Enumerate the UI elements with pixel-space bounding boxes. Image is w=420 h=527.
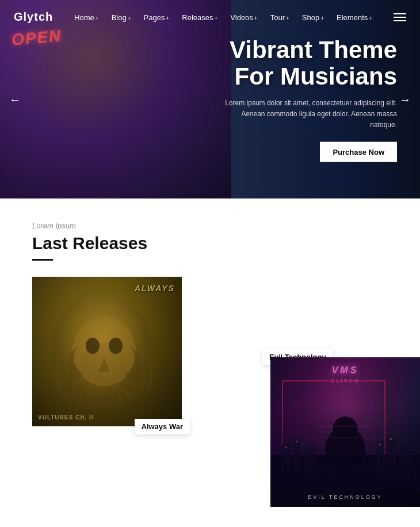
hero-subtitle: Lorem ipsum dolor sit amet, consectetuer… (224, 97, 397, 131)
logo[interactable]: Glytch (14, 10, 53, 24)
nav-link-elements[interactable]: Elements (337, 13, 368, 22)
releases-section: Lorem Ipsum Last Releases always (0, 198, 420, 527)
release-card-evil-technology[interactable]: Evil Technology VMS GLITCH (270, 357, 420, 507)
album-art-svg-1 (44, 300, 165, 415)
nav-plus-blog: + (128, 15, 131, 21)
nav-item-videos[interactable]: Videos+ (230, 12, 257, 22)
hero-title-line1: Vibrant Theme (230, 36, 397, 63)
album-title-evil-tech: EVIL TECHNOLOGY (308, 494, 383, 500)
nav-item-elements[interactable]: Elements+ (337, 12, 372, 22)
nav-link-releases[interactable]: Releases (182, 13, 213, 22)
nav-link-videos[interactable]: Videos (230, 13, 253, 22)
nav-plus-pages: + (166, 15, 169, 21)
release-card-always-war[interactable]: always (32, 277, 182, 426)
nav-link-home[interactable]: Home (74, 13, 94, 22)
hamburger-line-2 (394, 17, 406, 18)
album-sub-always-war: VULTURES CH. II (38, 414, 93, 421)
album-sub-evil-tech: GLITCH (330, 378, 360, 384)
nav-link-tour[interactable]: Tour (270, 13, 285, 22)
nav-plus-home: + (96, 15, 99, 21)
nav-plus-tour: + (286, 15, 289, 21)
nav-link-blog[interactable]: Blog (112, 13, 127, 22)
nav-item-shop[interactable]: Shop+ (302, 12, 324, 22)
release-label-always-war: Always War (135, 419, 190, 434)
svg-point-2 (86, 338, 100, 354)
purchase-button[interactable]: Purchase Now (320, 142, 397, 162)
hamburger-line-1 (394, 13, 406, 14)
nav-plus-releases: + (214, 15, 217, 21)
section-title: Last Releases (32, 234, 388, 253)
nav-item-releases[interactable]: Releases+ (182, 12, 217, 22)
nav-plus-videos: + (254, 15, 258, 21)
svg-point-3 (109, 338, 123, 354)
hero-arrow-left[interactable]: ← (5, 88, 25, 110)
city-silhouette (270, 409, 420, 490)
nav-link-shop[interactable]: Shop (302, 13, 319, 22)
nav-link-pages[interactable]: Pages (144, 13, 165, 22)
section-label: Lorem Ipsum (32, 222, 388, 230)
nav-item-home[interactable]: Home+ (74, 12, 99, 22)
nav-item-tour[interactable]: Tour+ (270, 12, 289, 22)
section-divider (32, 259, 53, 261)
releases-grid: always (32, 277, 388, 518)
nav-links: Home+ Blog+ Pages+ Releases+ Videos+ Tou… (74, 12, 372, 22)
album-art-evil-technology: VMS GLITCH (270, 357, 420, 507)
hamburger-line-3 (394, 20, 406, 21)
hero-content: Vibrant Theme For Musicians Lorem ipsum … (178, 36, 409, 162)
album-brand-always-war: always (135, 284, 175, 293)
album-art-always-war: always (32, 277, 182, 426)
nav-item-pages[interactable]: Pages+ (144, 12, 170, 22)
hero-title-line2: For Musicians (235, 62, 397, 89)
album-brand-evil-tech: VMS (332, 365, 359, 376)
navigation: Glytch Home+ Blog+ Pages+ Releases+ Vide… (0, 0, 420, 34)
hamburger-menu[interactable] (394, 13, 406, 21)
nav-item-blog[interactable]: Blog+ (112, 12, 131, 22)
hero-arrow-right[interactable]: → (395, 88, 415, 110)
nav-plus-elements: + (369, 15, 372, 21)
nav-plus-shop: + (320, 15, 324, 21)
hero-title: Vibrant Theme For Musicians (178, 36, 398, 89)
